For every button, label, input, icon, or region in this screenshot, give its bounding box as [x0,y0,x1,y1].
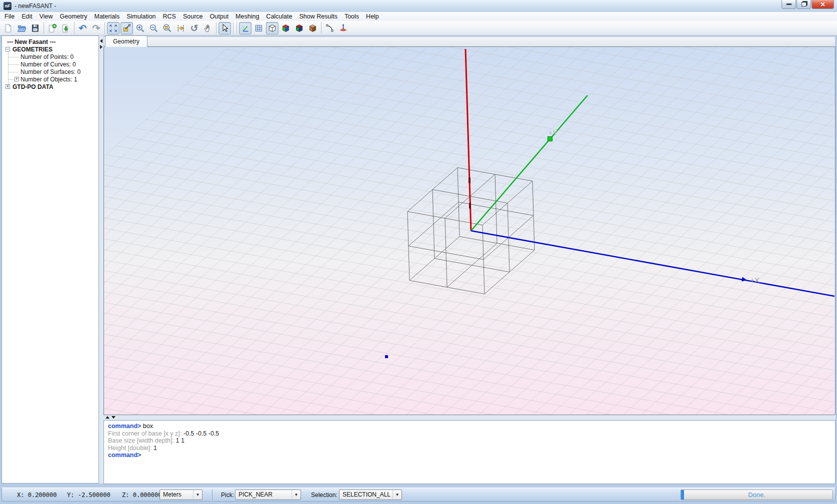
draw-tool-button[interactable] [120,22,133,34]
chevron-down-icon: ▼ [292,490,300,500]
undo-button[interactable]: ↶ [76,22,89,34]
menu-item-calculate[interactable]: Calculate [262,12,296,21]
selection-select[interactable]: SELECTION_ALL ▼ [339,490,402,500]
add-page-button[interactable] [46,22,58,34]
cursor-x-coordinate: X: 0.200000 [17,492,56,499]
undo-arrow-icon: ↶ [79,23,87,33]
grid-icon [254,23,264,33]
menu-item-simulation[interactable]: Simulation [123,12,159,21]
menu-item-tools[interactable]: Tools [341,12,362,21]
x-axis-label: +X [750,276,760,284]
select-button[interactable] [218,22,231,34]
redo-arrow-icon: ↷ [92,23,100,33]
axes-toggle-button[interactable] [239,22,252,34]
expand-node-icon[interactable]: + [14,77,19,81]
console-splitter[interactable] [104,415,836,420]
console-output-label: Base size [width depth]: [108,437,176,444]
curve-arc-icon [325,23,334,33]
normals-button[interactable] [337,22,350,34]
cursor-y-coordinate: Y: -2.500000 [67,492,110,499]
tree-item-label: Number of Objects: 1 [20,76,77,83]
menu-item-rcs[interactable]: RCS [160,12,180,21]
collapse-down-icon[interactable] [112,416,116,419]
minimize-button[interactable] [782,0,796,9]
cube-flat-icon [308,23,318,33]
grid-toggle-button[interactable] [252,22,265,34]
zoom-in-button[interactable] [134,22,146,34]
close-button[interactable]: ✕ [812,0,834,9]
pan-button[interactable] [202,22,214,34]
new-file-button[interactable] [2,22,14,34]
tree-item-number-of-surfaces-0[interactable]: Number of Surfaces: 0 [2,68,98,76]
menu-item-geometry[interactable]: Geometry [56,12,91,21]
hidden-line-view-button[interactable] [293,22,306,34]
menu-item-meshing[interactable]: Meshing [232,12,262,21]
point-marker [385,355,388,358]
y-axis-label: +Y [548,129,558,137]
rotate-view-button[interactable]: ↺ [188,22,200,34]
draw-tool-icon [122,23,132,33]
axes-triad-icon [240,23,250,33]
status-bar: X: 0.200000 Y: -2.500000 Z: 0.000000 Met… [2,488,836,502]
zoom-window-button[interactable] [161,22,174,34]
expand-right-icon[interactable] [100,45,102,49]
progress-text: Done. [681,490,832,500]
tree-splitter[interactable] [99,35,104,484]
menu-item-file[interactable]: File [1,12,18,21]
tree-item-label: Number of Curves: 0 [20,61,76,68]
tree-item-label: GTD-PO DATA [12,83,54,91]
fit-view-button[interactable] [107,22,120,34]
minimize-icon [786,3,792,5]
geometry-viewport[interactable]: +X+Y [104,46,836,415]
expand-up-icon[interactable] [106,416,110,419]
selection-value: SELECTION_ALL [342,491,390,498]
toolbar-separator [236,22,237,34]
toolbar-separator [74,22,74,34]
cube-wireframe-icon [268,23,277,33]
collapse-left-icon[interactable] [100,39,102,43]
toolbar-separator [321,22,322,34]
tree-item-geometries[interactable]: −GEOMETRIES [2,46,98,53]
tree-item-number-of-points-0[interactable]: Number of Points: 0 [2,53,98,61]
save-button[interactable] [29,22,42,34]
curve-tool-button[interactable] [324,22,336,34]
zoom-window-icon [162,23,172,33]
tree-item-gtd-po-data[interactable]: +GTD-PO DATA [2,83,98,91]
console-line: command> [108,452,835,459]
rotate-view-icon: ↺ [190,23,198,33]
flat-view-button[interactable] [306,22,319,34]
viewport-canvas[interactable]: +X+Y [104,47,835,415]
zoom-out-button[interactable] [148,22,160,34]
main-area: Geometry +X+Y command> boxFirst corner o… [104,35,836,484]
zoom-out-icon [149,23,158,33]
redo-button[interactable]: ↷ [90,22,102,34]
menu-item-materials[interactable]: Materials [90,12,123,21]
tab-geometry[interactable]: Geometry [105,35,148,47]
restore-button[interactable] [796,0,811,9]
wireframe-view-button[interactable] [266,22,278,34]
import-button[interactable] [60,22,72,34]
menu-item-show-results[interactable]: Show Results [296,12,340,21]
pick-select[interactable]: PICK_NEAR ▼ [235,490,301,500]
menu-item-source[interactable]: Source [180,12,206,21]
tree-item-number-of-objects-1[interactable]: +Number of Objects: 1 [2,76,98,83]
restore-icon [802,2,806,6]
command-console[interactable]: command> boxFirst corner of base [x y z]… [104,420,836,484]
pan-hand-icon [203,23,212,33]
save-floppy-icon [30,23,40,33]
menu-item-edit[interactable]: Edit [18,12,36,21]
open-button[interactable] [16,22,28,34]
move-view-button[interactable] [174,22,187,34]
tab-bar: Geometry [104,35,836,46]
toolbar-separator [44,22,44,34]
toolbar-separator [233,22,234,34]
new-file-icon [4,23,13,33]
z-axis-tick [468,178,470,183]
menu-item-output[interactable]: Output [206,12,232,21]
menu-item-view[interactable]: View [36,12,56,21]
units-select[interactable]: Meters ▼ [160,490,202,500]
solid-view-button[interactable] [280,22,292,34]
units-value: Meters [163,491,182,498]
menu-item-help[interactable]: Help [362,12,382,21]
tree-item-number-of-curves-0[interactable]: Number of Curves: 0 [2,61,98,68]
